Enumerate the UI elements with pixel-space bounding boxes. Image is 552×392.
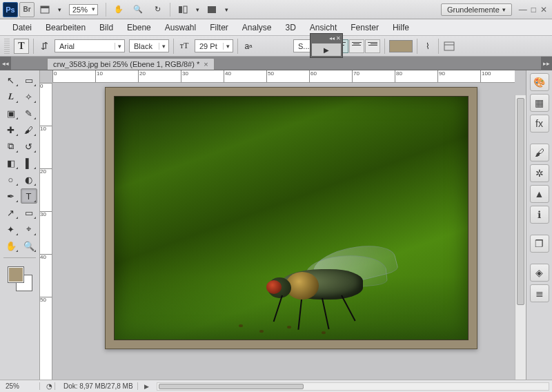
- dodge-tool[interactable]: ◐: [21, 172, 37, 187]
- hand-tool[interactable]: ✋: [3, 238, 19, 253]
- rotate-view-shortcut[interactable]: ↻: [148, 2, 166, 17]
- move-tool[interactable]: ↖: [3, 72, 19, 88]
- floating-mini-panel[interactable]: ◂◂✕ ▶: [310, 33, 343, 58]
- info-panel-icon[interactable]: ℹ: [530, 206, 549, 224]
- lasso-tool[interactable]: 𝑳: [3, 89, 19, 104]
- menu-analyse[interactable]: Analyse: [235, 21, 279, 35]
- brushes-panel-icon[interactable]: 🖌: [530, 144, 549, 161]
- brush-tool[interactable]: 🖌: [21, 122, 37, 137]
- workspace-switcher[interactable]: Grundelemente ▾: [441, 3, 512, 16]
- text-orientation-button[interactable]: ⇵: [38, 40, 50, 52]
- view-extras-button[interactable]: [36, 2, 54, 17]
- minimize-button[interactable]: —: [519, 5, 527, 14]
- ruler-tick: 70: [352, 70, 359, 82]
- arrange-documents-dropdown[interactable]: ▾: [193, 2, 201, 17]
- font-family-select[interactable]: Arial ▾: [55, 39, 125, 52]
- healing-brush-tool[interactable]: ✚: [3, 122, 19, 137]
- styles-panel-icon[interactable]: fx: [530, 115, 549, 133]
- divider: [106, 3, 106, 17]
- scrollbar-thumb[interactable]: [159, 384, 304, 389]
- canvas-viewport[interactable]: [52, 83, 526, 380]
- align-center-button[interactable]: [349, 39, 364, 53]
- marquee-tool[interactable]: ▭: [21, 72, 37, 88]
- magic-wand-tool[interactable]: ✧: [21, 89, 37, 104]
- vertical-scrollbar[interactable]: [515, 95, 526, 380]
- histogram-panel-icon[interactable]: ▲: [530, 185, 549, 203]
- zoom-select[interactable]: 25%: [69, 4, 98, 15]
- grip-handle[interactable]: [4, 39, 10, 54]
- menu-hilfe[interactable]: Hilfe: [386, 21, 416, 35]
- ruler-tick: 10: [95, 70, 103, 82]
- tab-close-icon[interactable]: ×: [204, 60, 208, 68]
- horizontal-scrollbar[interactable]: [157, 382, 549, 391]
- panel-close-icon[interactable]: ✕: [336, 35, 341, 42]
- menu-ebene[interactable]: Ebene: [120, 21, 158, 35]
- antialias-icon: aa: [242, 40, 255, 52]
- ruler-tick: 10: [40, 126, 52, 132]
- bridge-button[interactable]: Br: [19, 2, 34, 17]
- screen-mode-button[interactable]: [203, 2, 221, 17]
- zoom-level-field[interactable]: 25%: [3, 382, 40, 390]
- arrange-documents-button[interactable]: [174, 2, 192, 17]
- ruler-tick: 0: [52, 70, 57, 82]
- menu-ansicht[interactable]: Ansicht: [303, 21, 344, 35]
- collapse-right-button[interactable]: ▸▸: [541, 57, 552, 70]
- menu-3d[interactable]: 3D: [279, 21, 303, 35]
- menu-filter[interactable]: Filter: [203, 21, 235, 35]
- menu-auswahl[interactable]: Auswahl: [158, 21, 203, 35]
- work-area: ↖▭𝑳✧▣✎✚🖌⧉↺◧▌○◐✒T↗▭✦⌖✋🔍 01020304050607080…: [0, 70, 552, 380]
- history-brush-tool[interactable]: ↺: [21, 139, 37, 154]
- menu-bearbeiten[interactable]: Bearbeiten: [39, 21, 92, 35]
- font-style-select[interactable]: Black ▾: [129, 39, 169, 52]
- gradient-tool[interactable]: ▌: [21, 155, 37, 170]
- camera-tool[interactable]: ⌖: [21, 222, 37, 237]
- color-panel-icon[interactable]: 🎨: [530, 73, 549, 91]
- menu-datei[interactable]: Datei: [6, 21, 39, 35]
- zoom-tool[interactable]: 🔍: [21, 238, 37, 253]
- pen-tool[interactable]: ✒: [3, 188, 19, 204]
- collapse-icon[interactable]: ◂◂: [329, 35, 335, 42]
- paths-panel-icon[interactable]: ≣: [530, 284, 549, 302]
- view-extras-dropdown[interactable]: ▾: [55, 2, 63, 17]
- maximize-button[interactable]: □: [531, 5, 536, 14]
- blur-tool[interactable]: ○: [3, 172, 19, 187]
- document-tab-strip: ◂◂ crw_3583.jpg bei 25% (Ebene 1, RGB/8#…: [0, 57, 552, 70]
- vertical-ruler[interactable]: 01020304050: [40, 83, 52, 380]
- collapse-left-button[interactable]: ◂◂: [0, 57, 11, 70]
- eyedropper-tool[interactable]: ✎: [21, 106, 37, 121]
- eraser-tool[interactable]: ◧: [3, 155, 19, 170]
- status-bar: 25% ◔ Dok: 8,97 MB/27,8 MB ▶: [0, 380, 552, 392]
- foreground-color-swatch[interactable]: [8, 266, 24, 283]
- navigator-panel-icon[interactable]: ✲: [530, 164, 549, 182]
- font-size-select[interactable]: 29 Pt ▾: [195, 39, 233, 52]
- chevron-down-icon: ▾: [159, 43, 168, 50]
- status-disk-icon[interactable]: ◔: [44, 382, 55, 390]
- channels-panel-icon[interactable]: ◈: [530, 264, 549, 282]
- swatches-panel-icon[interactable]: ▦: [530, 94, 549, 112]
- type-tool[interactable]: T: [21, 188, 37, 204]
- align-right-button[interactable]: [365, 39, 380, 53]
- menu-bild[interactable]: Bild: [92, 21, 120, 35]
- warp-text-button[interactable]: ⌇: [422, 40, 434, 52]
- status-menu-button[interactable]: ▶: [142, 383, 151, 390]
- zoom-tool-shortcut[interactable]: 🔍: [129, 2, 147, 17]
- play-icon[interactable]: ▶: [312, 43, 341, 56]
- close-button[interactable]: ✕: [540, 5, 547, 14]
- clone-stamp-tool[interactable]: ⧉: [3, 139, 19, 154]
- scrollbar-thumb[interactable]: [517, 98, 524, 305]
- character-panel-button[interactable]: [443, 40, 455, 52]
- 3d-tool[interactable]: ✦: [3, 222, 19, 237]
- type-tool-preset-icon[interactable]: T: [14, 39, 29, 54]
- layers-panel-icon[interactable]: ❐: [530, 235, 549, 253]
- screen-mode-dropdown[interactable]: ▾: [222, 2, 230, 17]
- horizontal-ruler[interactable]: 010203040506070809010011: [52, 70, 515, 83]
- menu-fenster[interactable]: Fenster: [344, 21, 386, 35]
- shape-tool[interactable]: ▭: [21, 205, 37, 220]
- color-swatches[interactable]: [8, 266, 32, 291]
- crop-tool[interactable]: ▣: [3, 106, 19, 121]
- text-color-swatch[interactable]: [389, 40, 413, 52]
- hand-tool-shortcut[interactable]: ✋: [110, 2, 128, 17]
- document-size-readout[interactable]: Dok: 8,97 MB/27,8 MB: [59, 382, 138, 390]
- path-selection-tool[interactable]: ↗: [3, 205, 19, 220]
- document-tab[interactable]: crw_3583.jpg bei 25% (Ebene 1, RGB/8#) *…: [47, 58, 215, 70]
